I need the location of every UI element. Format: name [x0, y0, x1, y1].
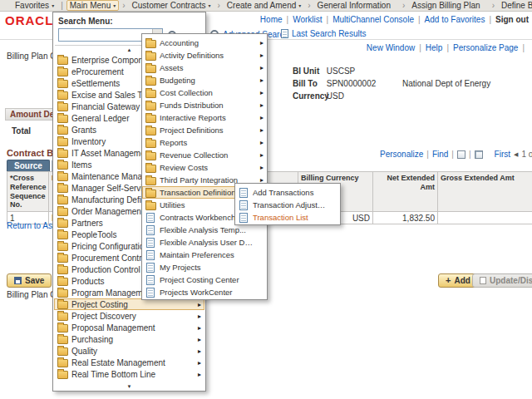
menu-item[interactable]: Flexible Analysis Temp... ▸ — [142, 224, 267, 236]
folder-icon — [57, 150, 68, 158]
menu-item[interactable]: Maintain Preferences ▸ — [142, 249, 267, 261]
page-toolbar-link[interactable]: New Window — [367, 43, 415, 52]
breadcrumb-item[interactable]: › Define Billing Plan ▾ — [489, 0, 532, 11]
page-toolbar-link[interactable]: Help — [415, 43, 442, 52]
menu-scroll-down[interactable]: ▼ — [53, 382, 205, 391]
menu-item[interactable]: Transaction Adjustment ▸ — [235, 199, 340, 211]
folder-icon — [145, 77, 156, 86]
last-search-results-link[interactable]: Last Search Results — [281, 29, 367, 38]
grid-tab[interactable]: Source — [7, 160, 50, 171]
menu-item[interactable]: Cost Collection ▸ — [142, 86, 267, 99]
personalize-link[interactable]: Personalize — [380, 150, 423, 159]
breadcrumb-item[interactable]: Favorites ▾ — [5, 0, 57, 11]
find-link[interactable]: Find — [432, 150, 448, 159]
folder-icon — [57, 231, 68, 239]
folder-icon — [145, 115, 156, 123]
save-button[interactable]: Save — [7, 273, 52, 288]
menu-item[interactable]: Flexible Analysis User Default ▸ — [142, 236, 267, 249]
submenu-arrow-icon: ▸ — [260, 151, 264, 159]
folder-icon — [57, 254, 68, 263]
submenu-arrow-icon: ▸ — [260, 114, 264, 121]
field-value: USCSP — [327, 66, 355, 76]
field-description: National Dept of Energy — [402, 79, 490, 88]
menu-item[interactable]: Project Definitions ▸ — [142, 124, 267, 136]
prev-row-icon[interactable]: ◀ — [514, 151, 518, 158]
menu-item[interactable]: Review Costs ▸ — [142, 161, 267, 174]
menu-item[interactable]: Quality ▸ — [54, 345, 204, 357]
breadcrumb-item[interactable]: › Assign Billing Plan ▾ — [399, 0, 489, 11]
column-header[interactable]: Net Extended Amt — [373, 172, 438, 212]
breadcrumb-item[interactable]: › Customer Contracts ▾ — [119, 0, 214, 11]
header-link[interactable]: Home — [260, 15, 283, 24]
folder-icon — [57, 347, 68, 356]
menu-item[interactable]: Real Estate Management ▸ — [54, 357, 204, 368]
peoplesoft-window: Favorites ▾ | Main Menu ▾ › Customer Con… — [0, 0, 532, 399]
dropdown-caret-icon: ▾ — [52, 2, 54, 8]
breadcrumb-item[interactable]: | Main Menu ▾ — [57, 0, 119, 11]
column-header[interactable]: Gross Extended Amt — [438, 172, 532, 212]
header-link[interactable]: Add to Favorites — [414, 15, 485, 24]
update-display-button[interactable]: Update/Display — [472, 273, 532, 288]
menu-search-input[interactable] — [59, 30, 152, 40]
menu-item[interactable]: Project Costing ▸ — [54, 298, 204, 310]
folder-icon — [57, 138, 68, 146]
scroll-down-icon: ▼ — [127, 384, 132, 389]
menu-item[interactable]: Activity Definitions ▸ — [142, 49, 267, 62]
page-icon — [146, 288, 155, 298]
dropdown-caret-icon: ▾ — [113, 2, 116, 8]
folder-icon — [145, 152, 156, 160]
folder-icon — [145, 202, 156, 210]
menu-item[interactable]: Revenue Collection ▸ — [142, 149, 267, 161]
menu-item[interactable]: Real Time Bottom Line ▸ — [54, 368, 204, 380]
submenu-arrow-icon: ▸ — [198, 324, 201, 332]
zoom-grid-icon[interactable] — [475, 150, 483, 159]
submenu-arrow-icon: ▸ — [260, 126, 264, 134]
page-icon — [146, 275, 155, 285]
submenu-arrow-icon: ▸ — [260, 89, 264, 96]
breadcrumb-item[interactable]: › Create and Amend ▾ — [214, 0, 305, 11]
folder-icon — [145, 177, 156, 185]
menu-item[interactable]: Budgeting ▸ — [142, 74, 267, 86]
menu-item[interactable]: Transaction List ▸ — [235, 211, 340, 224]
header-link[interactable]: Worklist — [283, 15, 323, 24]
submenu-arrow-icon: ▸ — [260, 139, 264, 146]
column-header[interactable]: *Cross Reference Sequence No. — [7, 172, 49, 212]
menu-item[interactable]: Funds Distribution ▸ — [142, 99, 267, 111]
submenu-arrow-icon: ▸ — [198, 336, 201, 343]
page-icon — [146, 238, 155, 248]
folder-icon — [57, 68, 68, 76]
row-position: 1 of 1 — [521, 150, 532, 159]
table-cell — [438, 212, 532, 224]
header-link[interactable]: MultiChannel Console — [323, 15, 414, 24]
signout-link[interactable]: Sign out — [495, 15, 529, 24]
menu-item[interactable]: Purchasing ▸ — [54, 333, 204, 345]
breadcrumb-separator: › — [122, 1, 125, 10]
menu-item[interactable]: Assets ▸ — [142, 62, 267, 74]
menu-item[interactable]: Project Costing Center ▸ — [142, 273, 267, 286]
submenu-arrow-icon: ▸ — [198, 371, 201, 378]
menu-item[interactable]: Accounting ▸ — [142, 37, 267, 49]
menu-item[interactable]: Project Discovery ▸ — [54, 310, 204, 322]
folder-icon — [57, 208, 68, 216]
folder-icon — [57, 103, 68, 111]
menu-item[interactable]: Projects WorkCenter ▸ — [142, 286, 267, 298]
page-toolbar-link[interactable]: Personalize Page — [442, 43, 518, 52]
folder-icon — [57, 359, 68, 367]
menu-item[interactable]: Proposal Management ▸ — [54, 322, 204, 333]
folder-icon — [57, 301, 68, 309]
submenu-arrow-icon: ▸ — [260, 101, 264, 109]
folder-icon — [145, 65, 156, 73]
folder-icon — [145, 90, 156, 98]
total-label: Total — [12, 126, 31, 135]
scroll-up-icon: ▲ — [127, 47, 132, 52]
menu-item[interactable]: Reports ▸ — [142, 136, 267, 149]
page-icon — [146, 250, 155, 260]
menu-item[interactable]: Interactive Reports ▸ — [142, 111, 267, 124]
first-link[interactable]: First — [495, 150, 510, 159]
menu-item[interactable]: Add Transactions ▸ — [235, 186, 340, 199]
folder-icon — [57, 115, 68, 123]
breadcrumb-separator: › — [492, 1, 495, 10]
menu-item[interactable]: My Projects ▸ — [142, 261, 267, 273]
breadcrumb-item[interactable]: › General Information ▾ — [304, 0, 399, 11]
download-grid-icon[interactable] — [457, 150, 466, 159]
